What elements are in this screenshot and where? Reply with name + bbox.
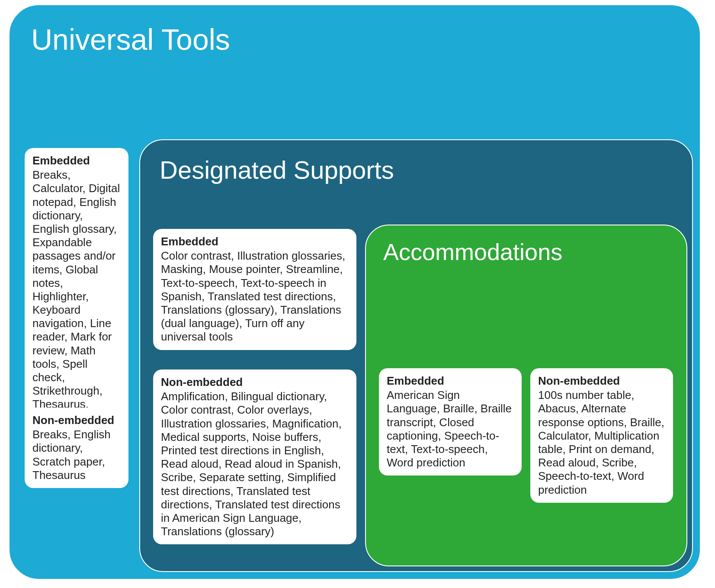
accommodations-nonembedded-card: Non-embedded 100s number table, Abacus, …	[530, 368, 673, 503]
designated-nonembedded-text: Amplification, Bilingual dictionary, Col…	[161, 390, 342, 538]
designated-nonembedded-card: Non-embedded Amplification, Bilingual di…	[153, 370, 356, 544]
universal-nonembedded-label: Non-embedded	[32, 414, 121, 427]
designated-supports-title: Designated Supports	[160, 155, 394, 184]
designated-embedded-label: Embedded	[161, 235, 349, 248]
universal-embedded-text: Breaks, Calculator, Digital notepad, Eng…	[32, 168, 120, 438]
universal-tools-panel: Universal Tools Embedded Breaks, Calcula…	[9, 4, 701, 580]
accommodations-embedded-card: Embedded American Sign Language, Braille…	[379, 368, 522, 476]
designated-nonembedded-label: Non-embedded	[161, 376, 349, 389]
accommodations-panel: Accommodations Embedded American Sign La…	[365, 225, 687, 566]
accommodations-nonembedded-label: Non-embedded	[538, 374, 665, 388]
universal-nonembedded-text: Breaks, English dictionary, Scratch pape…	[32, 428, 111, 482]
designated-supports-panel: Designated Supports Embedded Color contr…	[139, 139, 693, 572]
designated-embedded-card: Embedded Color contrast, Illustration gl…	[153, 229, 356, 350]
universal-embedded-card: Embedded Breaks, Calculator, Digital not…	[25, 148, 128, 444]
accommodations-embedded-text: American Sign Language, Braille, Braille…	[387, 389, 512, 469]
universal-tools-title: Universal Tools	[31, 22, 230, 56]
accommodations-nonembedded-text: 100s number table, Abacus, Alternate res…	[538, 389, 664, 496]
accommodations-title: Accommodations	[383, 238, 562, 265]
accommodations-embedded-label: Embedded	[387, 374, 514, 388]
designated-embedded-text: Color contrast, Illustration glossaries,…	[161, 249, 345, 343]
universal-nonembedded-card: Non-embedded Breaks, English dictionary,…	[25, 408, 128, 488]
universal-embedded-label: Embedded	[32, 154, 121, 167]
